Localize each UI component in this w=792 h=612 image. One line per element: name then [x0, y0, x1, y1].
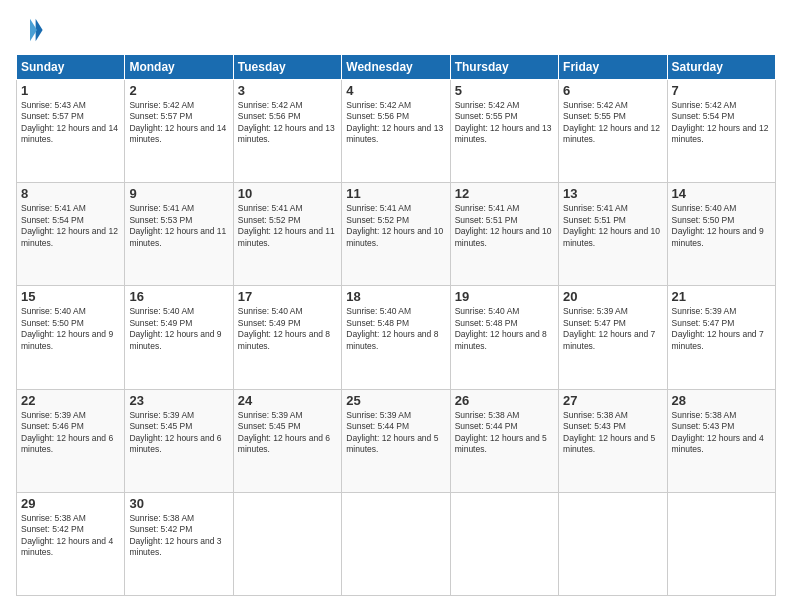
day-number: 10 [238, 186, 337, 201]
calendar-cell: 1 Sunrise: 5:43 AM Sunset: 5:57 PM Dayli… [17, 80, 125, 183]
calendar-cell: 18 Sunrise: 5:40 AM Sunset: 5:48 PM Dayl… [342, 286, 450, 389]
calendar-cell: 21 Sunrise: 5:39 AM Sunset: 5:47 PM Dayl… [667, 286, 775, 389]
day-number: 16 [129, 289, 228, 304]
calendar-cell: 9 Sunrise: 5:41 AM Sunset: 5:53 PM Dayli… [125, 183, 233, 286]
calendar-header-row: SundayMondayTuesdayWednesdayThursdayFrid… [17, 55, 776, 80]
calendar-cell: 6 Sunrise: 5:42 AM Sunset: 5:55 PM Dayli… [559, 80, 667, 183]
day-number: 19 [455, 289, 554, 304]
day-info: Sunrise: 5:43 AM Sunset: 5:57 PM Dayligh… [21, 100, 120, 146]
calendar-cell: 14 Sunrise: 5:40 AM Sunset: 5:50 PM Dayl… [667, 183, 775, 286]
day-info: Sunrise: 5:42 AM Sunset: 5:54 PM Dayligh… [672, 100, 771, 146]
calendar-cell: 2 Sunrise: 5:42 AM Sunset: 5:57 PM Dayli… [125, 80, 233, 183]
calendar-header-friday: Friday [559, 55, 667, 80]
day-info: Sunrise: 5:39 AM Sunset: 5:46 PM Dayligh… [21, 410, 120, 456]
calendar-header-thursday: Thursday [450, 55, 558, 80]
calendar-week-4: 22 Sunrise: 5:39 AM Sunset: 5:46 PM Dayl… [17, 389, 776, 492]
page: SundayMondayTuesdayWednesdayThursdayFrid… [0, 0, 792, 612]
day-number: 25 [346, 393, 445, 408]
day-number: 22 [21, 393, 120, 408]
calendar-cell: 13 Sunrise: 5:41 AM Sunset: 5:51 PM Dayl… [559, 183, 667, 286]
calendar-cell: 20 Sunrise: 5:39 AM Sunset: 5:47 PM Dayl… [559, 286, 667, 389]
day-number: 6 [563, 83, 662, 98]
calendar-cell: 16 Sunrise: 5:40 AM Sunset: 5:49 PM Dayl… [125, 286, 233, 389]
calendar-cell: 10 Sunrise: 5:41 AM Sunset: 5:52 PM Dayl… [233, 183, 341, 286]
day-number: 4 [346, 83, 445, 98]
day-number: 28 [672, 393, 771, 408]
day-info: Sunrise: 5:38 AM Sunset: 5:42 PM Dayligh… [21, 513, 120, 559]
calendar-cell [667, 492, 775, 595]
day-info: Sunrise: 5:42 AM Sunset: 5:57 PM Dayligh… [129, 100, 228, 146]
calendar-cell: 3 Sunrise: 5:42 AM Sunset: 5:56 PM Dayli… [233, 80, 341, 183]
day-info: Sunrise: 5:38 AM Sunset: 5:44 PM Dayligh… [455, 410, 554, 456]
logo [16, 16, 48, 44]
day-info: Sunrise: 5:40 AM Sunset: 5:48 PM Dayligh… [455, 306, 554, 352]
calendar-cell: 15 Sunrise: 5:40 AM Sunset: 5:50 PM Dayl… [17, 286, 125, 389]
day-number: 3 [238, 83, 337, 98]
calendar-header-tuesday: Tuesday [233, 55, 341, 80]
calendar-cell [233, 492, 341, 595]
day-info: Sunrise: 5:38 AM Sunset: 5:42 PM Dayligh… [129, 513, 228, 559]
day-number: 30 [129, 496, 228, 511]
day-number: 27 [563, 393, 662, 408]
day-info: Sunrise: 5:38 AM Sunset: 5:43 PM Dayligh… [672, 410, 771, 456]
calendar-header-saturday: Saturday [667, 55, 775, 80]
day-info: Sunrise: 5:40 AM Sunset: 5:49 PM Dayligh… [238, 306, 337, 352]
calendar-cell [342, 492, 450, 595]
calendar-cell [559, 492, 667, 595]
day-info: Sunrise: 5:41 AM Sunset: 5:52 PM Dayligh… [238, 203, 337, 249]
calendar-header-wednesday: Wednesday [342, 55, 450, 80]
calendar-week-1: 1 Sunrise: 5:43 AM Sunset: 5:57 PM Dayli… [17, 80, 776, 183]
calendar-table: SundayMondayTuesdayWednesdayThursdayFrid… [16, 54, 776, 596]
day-number: 29 [21, 496, 120, 511]
day-number: 21 [672, 289, 771, 304]
day-number: 18 [346, 289, 445, 304]
day-number: 12 [455, 186, 554, 201]
calendar-cell: 24 Sunrise: 5:39 AM Sunset: 5:45 PM Dayl… [233, 389, 341, 492]
day-info: Sunrise: 5:42 AM Sunset: 5:55 PM Dayligh… [563, 100, 662, 146]
calendar-cell: 29 Sunrise: 5:38 AM Sunset: 5:42 PM Dayl… [17, 492, 125, 595]
calendar-cell: 27 Sunrise: 5:38 AM Sunset: 5:43 PM Dayl… [559, 389, 667, 492]
calendar-cell: 19 Sunrise: 5:40 AM Sunset: 5:48 PM Dayl… [450, 286, 558, 389]
day-number: 26 [455, 393, 554, 408]
day-info: Sunrise: 5:41 AM Sunset: 5:52 PM Dayligh… [346, 203, 445, 249]
day-number: 15 [21, 289, 120, 304]
calendar-header-sunday: Sunday [17, 55, 125, 80]
day-info: Sunrise: 5:41 AM Sunset: 5:53 PM Dayligh… [129, 203, 228, 249]
header [16, 16, 776, 44]
day-number: 24 [238, 393, 337, 408]
calendar-cell: 22 Sunrise: 5:39 AM Sunset: 5:46 PM Dayl… [17, 389, 125, 492]
day-number: 11 [346, 186, 445, 201]
calendar-cell: 30 Sunrise: 5:38 AM Sunset: 5:42 PM Dayl… [125, 492, 233, 595]
day-number: 9 [129, 186, 228, 201]
calendar-header-monday: Monday [125, 55, 233, 80]
day-info: Sunrise: 5:42 AM Sunset: 5:56 PM Dayligh… [238, 100, 337, 146]
day-info: Sunrise: 5:39 AM Sunset: 5:45 PM Dayligh… [129, 410, 228, 456]
day-info: Sunrise: 5:41 AM Sunset: 5:51 PM Dayligh… [455, 203, 554, 249]
day-info: Sunrise: 5:39 AM Sunset: 5:47 PM Dayligh… [672, 306, 771, 352]
day-number: 13 [563, 186, 662, 201]
day-info: Sunrise: 5:41 AM Sunset: 5:51 PM Dayligh… [563, 203, 662, 249]
day-info: Sunrise: 5:39 AM Sunset: 5:45 PM Dayligh… [238, 410, 337, 456]
calendar-cell: 25 Sunrise: 5:39 AM Sunset: 5:44 PM Dayl… [342, 389, 450, 492]
calendar-cell: 4 Sunrise: 5:42 AM Sunset: 5:56 PM Dayli… [342, 80, 450, 183]
day-number: 7 [672, 83, 771, 98]
day-info: Sunrise: 5:40 AM Sunset: 5:48 PM Dayligh… [346, 306, 445, 352]
calendar-cell: 12 Sunrise: 5:41 AM Sunset: 5:51 PM Dayl… [450, 183, 558, 286]
day-number: 5 [455, 83, 554, 98]
day-number: 1 [21, 83, 120, 98]
calendar-cell: 17 Sunrise: 5:40 AM Sunset: 5:49 PM Dayl… [233, 286, 341, 389]
calendar-cell [450, 492, 558, 595]
day-number: 2 [129, 83, 228, 98]
day-number: 17 [238, 289, 337, 304]
day-number: 20 [563, 289, 662, 304]
calendar-week-3: 15 Sunrise: 5:40 AM Sunset: 5:50 PM Dayl… [17, 286, 776, 389]
day-info: Sunrise: 5:41 AM Sunset: 5:54 PM Dayligh… [21, 203, 120, 249]
calendar-week-5: 29 Sunrise: 5:38 AM Sunset: 5:42 PM Dayl… [17, 492, 776, 595]
day-info: Sunrise: 5:40 AM Sunset: 5:50 PM Dayligh… [21, 306, 120, 352]
day-number: 14 [672, 186, 771, 201]
day-info: Sunrise: 5:42 AM Sunset: 5:56 PM Dayligh… [346, 100, 445, 146]
calendar-cell: 26 Sunrise: 5:38 AM Sunset: 5:44 PM Dayl… [450, 389, 558, 492]
calendar-cell: 23 Sunrise: 5:39 AM Sunset: 5:45 PM Dayl… [125, 389, 233, 492]
day-number: 23 [129, 393, 228, 408]
calendar-cell: 7 Sunrise: 5:42 AM Sunset: 5:54 PM Dayli… [667, 80, 775, 183]
